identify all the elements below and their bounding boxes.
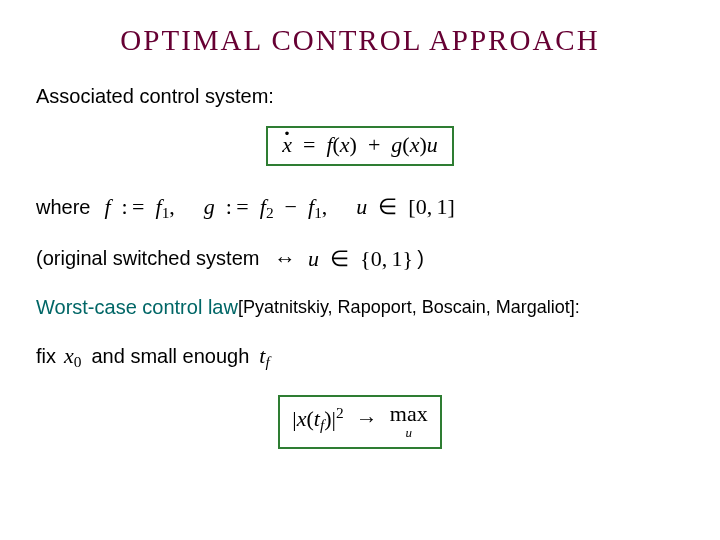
x0-math: x0 <box>64 343 81 371</box>
objective-row: |x(tf)|2 → max u <box>36 395 684 449</box>
original-switched-label-pre: (original switched system <box>36 247 259 270</box>
state-equation-box: x = f(x) + g(x)u <box>266 126 454 166</box>
original-switched-label-post: ) <box>417 247 424 270</box>
fix-line: fix x0 and small enough tf <box>36 343 684 371</box>
objective-box: |x(tf)|2 → max u <box>278 395 441 449</box>
state-equation-row: x = f(x) + g(x)u <box>36 126 684 166</box>
where-label: where <box>36 196 90 219</box>
original-switched-line: (original switched system ↔ u ∈ {0, 1} ) <box>36 246 684 272</box>
worst-case-control-law-label: Worst-case control law <box>36 296 238 319</box>
worst-case-line: Worst-case control law [Pyatnitskiy, Rap… <box>36 296 684 319</box>
and-small-enough-label: and small enough <box>91 345 249 368</box>
tf-math: tf <box>259 343 269 371</box>
fix-label: fix <box>36 345 56 368</box>
slide: OPTIMAL CONTROL APPROACH Associated cont… <box>0 0 720 540</box>
original-switched-math: ↔ u ∈ {0, 1} <box>267 246 413 272</box>
definitions-math: f : = f1, g : = f2 − f1, u ∈ [0, 1] <box>104 194 454 222</box>
references-label: [Pyatnitskiy, Rapoport, Boscain, Margali… <box>238 297 580 318</box>
state-equation: x = f(x) + g(x)u <box>282 134 438 156</box>
where-line: where f : = f1, g : = f2 − f1, u ∈ [0, 1… <box>36 194 684 222</box>
objective-math: |x(tf)|2 → max u <box>292 403 427 439</box>
associated-control-system-label: Associated control system: <box>36 85 684 108</box>
slide-title: OPTIMAL CONTROL APPROACH <box>36 24 684 57</box>
